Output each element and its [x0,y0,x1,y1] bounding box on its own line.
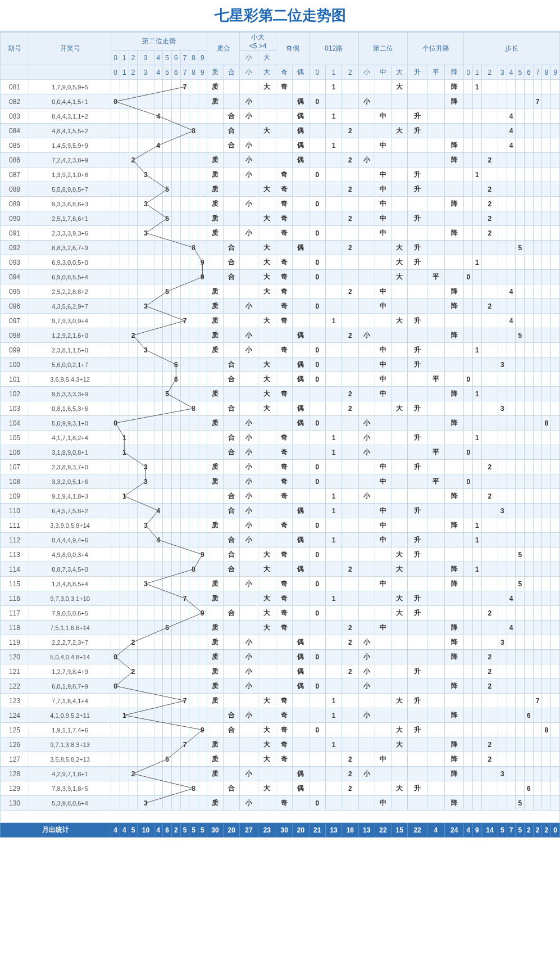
stats-row: 月出统计445104625553020272330202113161322152… [1,823,560,838]
table-row: 0964,3,5,6,2,9+73质小奇0中降2 [1,299,560,314]
table-row: 1269,7,1,3,8,3+137质大奇1大降2 [1,737,560,752]
table-row: 1134,9,8,0,0,3+49合大奇0大升5 [1,547,560,562]
table-row: 1244,1,0,9,5,2+111合小奇1小降6 [1,708,560,723]
table-row: 1297,8,3,9,1,8+58合大偶2大升6 [1,781,560,796]
table-row: 1029,5,3,3,3,3+95质大奇2中降1 [1,387,560,401]
table-row: 1151,3,4,8,8,5+43质小奇0中降5 [1,577,560,591]
table-row: 1099,1,9,4,1,8+31合小奇1小降2 [1,489,560,504]
table-row: 0946,9,0,8,5,5+49合大奇0大平0 [1,270,560,284]
table-row: 1284,2,9,7,1,8+12质小偶2小降3 [1,767,560,781]
table-row: 1192,2,2,7,2,3+72质小偶2小降3 [1,635,560,650]
table-row: 1305,3,9,8,0,6+43质小奇0中降5 [1,796,560,811]
table-row: 0811,7,9,0,5,9+57质大奇1大降1 [1,80,560,94]
table-row: 0867,2,4,2,3,8+92质小偶2小降2 [1,153,560,168]
table-row: 1205,0,4,0,4,8+140质小偶0小降2 [1,650,560,664]
table-row: 0981,2,9,2,1,6+02质小偶2小降5 [1,328,560,343]
table-row: 0936,9,3,0,0,5+09合大奇0大升1 [1,255,560,270]
table-row: 0844,8,4,1,5,5+28合大偶2大升4 [1,124,560,138]
table-row: 1169,7,3,0,3,1+107质大奇1大升4 [1,591,560,606]
table-row: 0979,7,9,3,0,9+47质大奇1大升4 [1,314,560,328]
table-row: 1054,1,7,1,8,2+41合小奇1小升1 [1,431,560,445]
table-row: 1005,6,0,0,2,1+76合大偶0中升3 [1,357,560,372]
table-row: 1273,5,8,5,8,2+135质大奇2中降2 [1,752,560,767]
table-row: 0838,4,4,3,1,1+24合小偶1中升4 [1,109,560,124]
table-row: 1237,7,1,6,4,1+47质大奇1大升7 [1,694,560,708]
table-row: 1072,3,8,9,3,7+03质小奇0中升2 [1,460,560,474]
table-row: 1187,5,1,1,6,8+145质大奇2中降4 [1,621,560,635]
trend-table: 期号开奖号第二位走势质合小大<5 >4奇偶012路第二位个位升降步长012345… [0,32,560,838]
table-row: 0899,3,3,6,8,6+33质小奇0中降2 [1,197,560,211]
table-row: 1177,9,0,5,0,6+59合大奇0大升2 [1,606,560,621]
table-row: 0912,3,3,3,9,3+63质小奇0中降2 [1,226,560,241]
table-row: 1083,3,2,0,5,1+63质小奇0中平0 [1,474,560,489]
table-row: 1226,0,1,9,8,7+90质小偶0小降2 [1,679,560,694]
table-row: 1045,0,9,9,3,1+00质小偶0小降8 [1,416,560,431]
table-row: 0885,5,8,9,8,5+75质大奇2中升2 [1,182,560,197]
table-row: 0928,8,3,2,6,7+98合大偶2大升5 [1,241,560,255]
table-row: 0952,5,2,2,8,8+25质大奇2中降4 [1,284,560,299]
table-row: 0992,3,8,1,1,5+03质小奇0中升1 [1,343,560,357]
table-row: 0820,0,4,4,1,5+10质小偶0小降7 [1,94,560,109]
table-row: 1106,4,5,7,5,8+24合小偶1中升3 [1,504,560,518]
table-row: 1251,9,1,1,7,4+69合大奇0大升8 [1,723,560,737]
table-row: 1113,3,9,0,5,8+143质小奇0中降1 [1,518,560,533]
table-row: 1120,4,4,4,9,4+64合小偶1中升1 [1,533,560,547]
table-row: 1030,8,1,6,5,3+68合大偶2大升3 [1,401,560,416]
table-row: 0871,3,9,2,1,0+83质小奇0中升1 [1,168,560,182]
table-row: 0902,5,1,7,8,6+15质大奇2中升2 [1,211,560,226]
page-title: 七星彩第二位走势图 [0,0,560,32]
table-row: 0851,4,5,9,5,9+94合小偶1中降4 [1,138,560,153]
table-row: 1063,1,8,9,0,8+11合小奇1小平0 [1,445,560,460]
table-row: 1211,2,7,9,8,4+92质小偶2小升2 [1,664,560,679]
table-row: 1148,8,7,3,4,5+08合大偶2大降1 [1,562,560,577]
table-row: 1013,6,9,5,4,3+126合大偶0中平0 [1,372,560,387]
